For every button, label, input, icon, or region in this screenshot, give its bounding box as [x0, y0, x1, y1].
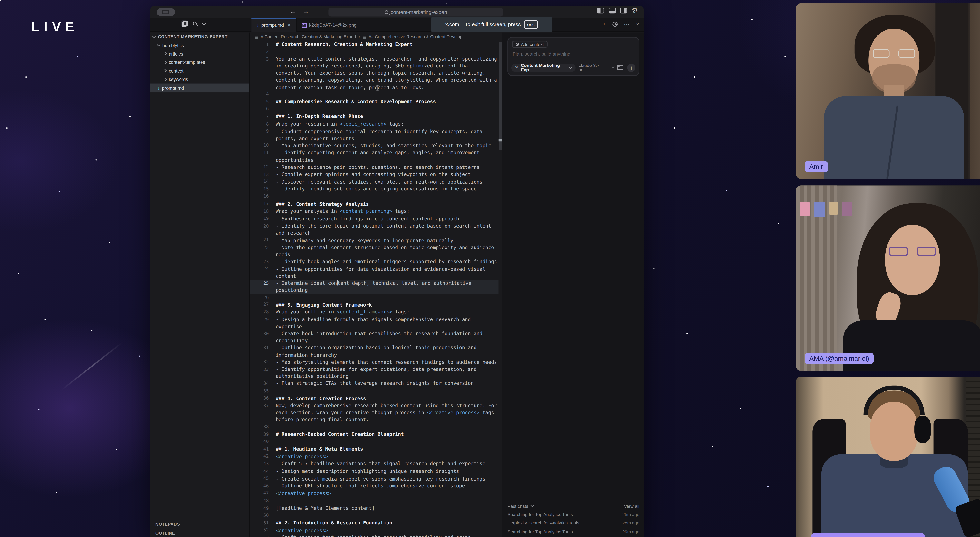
code-line[interactable]: 24- Outline opportunities for data visua…: [250, 266, 498, 280]
code-line[interactable]: 46- Outline URL structure that reflects …: [250, 483, 498, 490]
editor-scrollbar[interactable]: [499, 41, 502, 537]
add-context-button[interactable]: Add context: [512, 41, 547, 48]
past-chat-item[interactable]: Searching for Top Analytics Tools25m ago: [508, 510, 639, 519]
past-chat-item[interactable]: Perplexity Search for Analytics Tools28m…: [508, 519, 639, 527]
toggle-left-panel-icon[interactable]: [597, 8, 605, 13]
window-controls-pill[interactable]: [157, 8, 175, 16]
code-line[interactable]: 52<creative_process>: [250, 527, 498, 534]
send-button[interactable]: ↑: [627, 63, 635, 72]
attach-image-icon[interactable]: [617, 65, 623, 70]
code-line[interactable]: 17### 2. Content Strategy Analysis: [250, 201, 498, 208]
code-line[interactable]: 13- Compile expert opinions and contrast…: [250, 171, 498, 178]
code-line[interactable]: 5## Comprehensive Research & Content Dev…: [250, 98, 498, 106]
breadcrumb-segment[interactable]: # Content Research, Creation & Marketing…: [261, 34, 356, 39]
close-panel-icon[interactable]: ×: [636, 21, 640, 27]
outline-section[interactable]: OUTLINE: [150, 528, 249, 537]
code-line[interactable]: 21- Map primary and secondary keywords t…: [250, 237, 498, 244]
code-line[interactable]: 28Wrap your outline in <content_framewor…: [250, 309, 498, 316]
tab-prompt-md[interactable]: ↓ prompt.md ×: [251, 18, 296, 32]
chevron-down-icon[interactable]: [202, 21, 207, 25]
breadcrumb-segment[interactable]: ## Comprehensive Research & Content Deve…: [369, 34, 463, 39]
tree-item-context[interactable]: context: [150, 67, 249, 75]
code-editor[interactable]: ▤# Content Research, Creation & Marketin…: [250, 33, 501, 537]
toggle-right-panel-icon[interactable]: [620, 8, 627, 13]
code-line[interactable]: 50: [250, 512, 498, 519]
chevron-down-icon[interactable]: [530, 504, 534, 507]
explorer-root[interactable]: CONTENT-MARKETING-EXPERT: [150, 33, 249, 41]
code-line[interactable]: 39# Research-Backed Content Creation Blu…: [250, 431, 498, 438]
code-line[interactable]: 40: [250, 438, 498, 446]
past-chat-item[interactable]: Searching for Top Analytics Tools29m ago: [508, 527, 639, 536]
code-line[interactable]: 15- Identify trending subtopics and emer…: [250, 186, 498, 193]
code-line[interactable]: 45- Create social media snippet versions…: [250, 475, 498, 483]
agent-selector[interactable]: ✎ Content Marketing Exp: [511, 63, 576, 72]
copy-file-icon[interactable]: [181, 21, 187, 27]
code-line[interactable]: 37Now, develop comprehensive research-ba…: [250, 402, 498, 424]
code-line[interactable]: 3You are an elite content strategist, re…: [250, 56, 498, 91]
code-line[interactable]: 23- Identify hook angles and emotional t…: [250, 258, 498, 266]
code-line[interactable]: 16: [250, 193, 498, 201]
code-line[interactable]: 10- Map authoritative sources, studies, …: [250, 142, 498, 150]
chat-input-box[interactable]: Add context Plan, search, build anything…: [508, 37, 639, 76]
code-line[interactable]: 29- Design a headline formula that signa…: [250, 316, 498, 330]
explorer-search-icon[interactable]: [193, 22, 197, 25]
notepads-section[interactable]: NOTEPADS: [150, 519, 249, 528]
code-line[interactable]: 9- Conduct comprehensive topical researc…: [250, 128, 498, 142]
code-line[interactable]: 33- Identify opportunities for expert ci…: [250, 366, 498, 380]
tree-item-content-templates[interactable]: content-templates: [150, 58, 249, 67]
model-selector[interactable]: claude-3.7-so...: [579, 63, 608, 72]
code-line[interactable]: 48: [250, 497, 498, 505]
code-line[interactable]: 7### 1. In-Depth Research Phase: [250, 113, 498, 120]
code-line[interactable]: 32- Map storytelling elements that conne…: [250, 359, 498, 366]
code-line[interactable]: 30- Create hook introduction that establ…: [250, 330, 498, 344]
code-line[interactable]: 27### 3. Engaging Content Framework: [250, 301, 498, 309]
project-search-field[interactable]: content-marketing-expert: [328, 8, 503, 16]
code-line[interactable]: 4: [250, 91, 498, 98]
scrollbar-thumb[interactable]: [499, 42, 501, 150]
toggle-bottom-panel-icon[interactable]: [609, 8, 616, 13]
back-arrow-icon[interactable]: ←: [290, 8, 296, 15]
forward-arrow-icon[interactable]: →: [302, 8, 309, 15]
tree-item-keywords[interactable]: keywords: [150, 75, 249, 84]
new-chat-icon[interactable]: +: [603, 21, 606, 27]
code-line[interactable]: 38: [250, 424, 498, 431]
close-tab-icon[interactable]: ×: [288, 22, 291, 28]
code-line[interactable]: 41## 1. Headline & Meta Elements: [250, 446, 498, 453]
code-line[interactable]: 1# Content Research, Creation & Marketin…: [250, 41, 498, 48]
code-line[interactable]: 12- Research audience pain points, quest…: [250, 164, 498, 171]
code-line[interactable]: 2: [250, 48, 498, 56]
code-line[interactable]: 22- Note the optimal content structure b…: [250, 244, 498, 258]
tree-item-articles[interactable]: articles: [150, 49, 249, 58]
code-line[interactable]: 47</creative_process>: [250, 490, 498, 497]
code-line[interactable]: 34- Plan strategic CTAs that leverage re…: [250, 380, 498, 387]
gear-icon[interactable]: ⚙: [632, 8, 638, 13]
code-line[interactable]: 8Wrap your research in <topic_research> …: [250, 120, 498, 128]
view-all-link[interactable]: View all: [624, 504, 640, 508]
code-line[interactable]: 51## 2. Introduction & Research Foundati…: [250, 519, 498, 527]
code-line[interactable]: 25- Determine ideal content depth, techn…: [250, 280, 498, 294]
tree-item-prompt-md[interactable]: ↓prompt.md: [150, 84, 249, 92]
code-line[interactable]: 11- Identify competing content and analy…: [250, 150, 498, 164]
code-line[interactable]: 31- Outline section organization based o…: [250, 344, 498, 359]
code-line[interactable]: 53- Craft opening that establishes the r…: [250, 534, 498, 537]
code-line[interactable]: 35: [250, 387, 498, 395]
more-options-icon[interactable]: ···: [624, 21, 630, 27]
code-line[interactable]: 43- Craft 5-7 headline variations that s…: [250, 461, 498, 468]
code-line[interactable]: 14- Discover relevant case studies, exam…: [250, 178, 498, 186]
code-line[interactable]: 19- Synthesize research findings into a …: [250, 215, 498, 223]
code-line[interactable]: 49[Headline & Meta Elements content]: [250, 505, 498, 512]
code-line[interactable]: 18Wrap your analysis in <content_plannin…: [250, 208, 498, 215]
code-line[interactable]: 44- Design meta description highlighting…: [250, 468, 498, 475]
code-line[interactable]: 36### 4. Content Creation Process: [250, 395, 498, 402]
code-area[interactable]: 1# Content Research, Creation & Marketin…: [250, 41, 498, 537]
tab-image-png[interactable]: k2dqSoA7-14@2x.png: [296, 18, 362, 32]
history-icon[interactable]: [612, 22, 617, 27]
code-line[interactable]: 6: [250, 106, 498, 113]
chevron-down-icon: [157, 43, 160, 46]
code-line[interactable]: 42<creative_process>: [250, 453, 498, 461]
xml-tag: <creative_process>: [276, 454, 328, 459]
breadcrumb[interactable]: ▤# Content Research, Creation & Marketin…: [250, 33, 501, 41]
code-line[interactable]: 20- Identify the core topic and optimal …: [250, 223, 498, 237]
code-line[interactable]: 26: [250, 294, 498, 301]
tree-item-humblytics[interactable]: humblytics: [150, 41, 249, 49]
